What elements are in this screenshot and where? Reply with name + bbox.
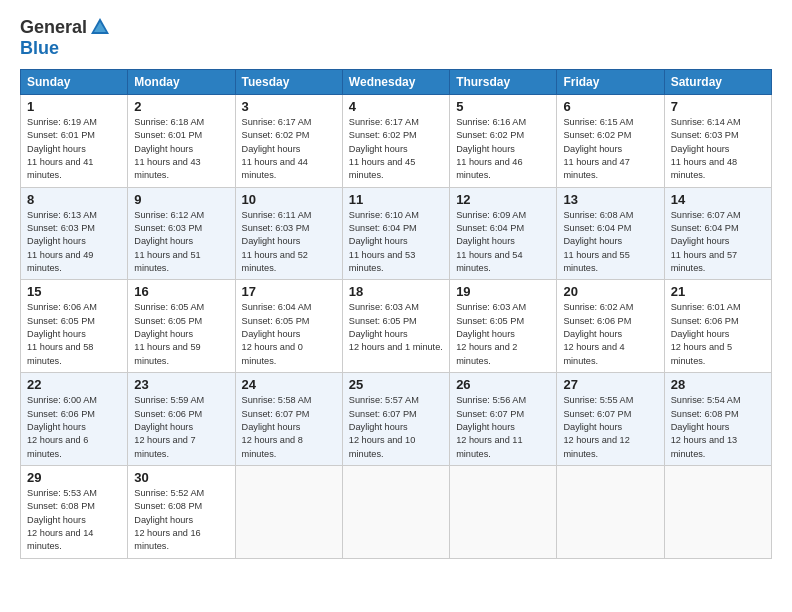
cell-info: Sunrise: 6:12 AMSunset: 6:03 PMDaylight … [134, 209, 228, 276]
calendar-cell: 1Sunrise: 6:19 AMSunset: 6:01 PMDaylight… [21, 95, 128, 188]
calendar-week-row: 22Sunrise: 6:00 AMSunset: 6:06 PMDayligh… [21, 373, 772, 466]
calendar-cell: 7Sunrise: 6:14 AMSunset: 6:03 PMDaylight… [664, 95, 771, 188]
cell-info: Sunrise: 6:11 AMSunset: 6:03 PMDaylight … [242, 209, 336, 276]
calendar-cell: 27Sunrise: 5:55 AMSunset: 6:07 PMDayligh… [557, 373, 664, 466]
calendar-cell: 21Sunrise: 6:01 AMSunset: 6:06 PMDayligh… [664, 280, 771, 373]
logo-icon [89, 16, 111, 38]
day-number: 17 [242, 284, 336, 299]
calendar-cell: 23Sunrise: 5:59 AMSunset: 6:06 PMDayligh… [128, 373, 235, 466]
cell-info: Sunrise: 6:14 AMSunset: 6:03 PMDaylight … [671, 116, 765, 183]
cell-info: Sunrise: 6:04 AMSunset: 6:05 PMDaylight … [242, 301, 336, 368]
calendar-cell: 26Sunrise: 5:56 AMSunset: 6:07 PMDayligh… [450, 373, 557, 466]
header: General Blue [20, 16, 772, 59]
weekday-header: Tuesday [235, 70, 342, 95]
logo-blue-text: Blue [20, 38, 59, 59]
calendar-cell: 20Sunrise: 6:02 AMSunset: 6:06 PMDayligh… [557, 280, 664, 373]
calendar-cell: 5Sunrise: 6:16 AMSunset: 6:02 PMDaylight… [450, 95, 557, 188]
day-number: 12 [456, 192, 550, 207]
day-number: 15 [27, 284, 121, 299]
cell-info: Sunrise: 6:16 AMSunset: 6:02 PMDaylight … [456, 116, 550, 183]
calendar-header-row: SundayMondayTuesdayWednesdayThursdayFrid… [21, 70, 772, 95]
day-number: 13 [563, 192, 657, 207]
day-number: 26 [456, 377, 550, 392]
day-number: 18 [349, 284, 443, 299]
day-number: 10 [242, 192, 336, 207]
day-number: 3 [242, 99, 336, 114]
cell-info: Sunrise: 5:57 AMSunset: 6:07 PMDaylight … [349, 394, 443, 461]
day-number: 24 [242, 377, 336, 392]
cell-info: Sunrise: 5:54 AMSunset: 6:08 PMDaylight … [671, 394, 765, 461]
day-number: 2 [134, 99, 228, 114]
day-number: 7 [671, 99, 765, 114]
cell-info: Sunrise: 6:17 AMSunset: 6:02 PMDaylight … [242, 116, 336, 183]
weekday-header: Sunday [21, 70, 128, 95]
weekday-header: Saturday [664, 70, 771, 95]
day-number: 29 [27, 470, 121, 485]
cell-info: Sunrise: 5:58 AMSunset: 6:07 PMDaylight … [242, 394, 336, 461]
calendar-cell: 10Sunrise: 6:11 AMSunset: 6:03 PMDayligh… [235, 187, 342, 280]
cell-info: Sunrise: 5:56 AMSunset: 6:07 PMDaylight … [456, 394, 550, 461]
cell-info: Sunrise: 5:52 AMSunset: 6:08 PMDaylight … [134, 487, 228, 554]
calendar-cell: 2Sunrise: 6:18 AMSunset: 6:01 PMDaylight… [128, 95, 235, 188]
day-number: 27 [563, 377, 657, 392]
calendar-cell: 4Sunrise: 6:17 AMSunset: 6:02 PMDaylight… [342, 95, 449, 188]
cell-info: Sunrise: 5:59 AMSunset: 6:06 PMDaylight … [134, 394, 228, 461]
calendar-cell [664, 465, 771, 558]
logo-general-text: General [20, 17, 87, 38]
calendar-table: SundayMondayTuesdayWednesdayThursdayFrid… [20, 69, 772, 559]
calendar-cell: 29Sunrise: 5:53 AMSunset: 6:08 PMDayligh… [21, 465, 128, 558]
calendar-cell: 15Sunrise: 6:06 AMSunset: 6:05 PMDayligh… [21, 280, 128, 373]
calendar-cell: 12Sunrise: 6:09 AMSunset: 6:04 PMDayligh… [450, 187, 557, 280]
day-number: 25 [349, 377, 443, 392]
day-number: 23 [134, 377, 228, 392]
day-number: 6 [563, 99, 657, 114]
calendar-cell [235, 465, 342, 558]
logo: General Blue [20, 16, 111, 59]
calendar-cell: 11Sunrise: 6:10 AMSunset: 6:04 PMDayligh… [342, 187, 449, 280]
cell-info: Sunrise: 6:07 AMSunset: 6:04 PMDaylight … [671, 209, 765, 276]
cell-info: Sunrise: 6:19 AMSunset: 6:01 PMDaylight … [27, 116, 121, 183]
calendar-week-row: 8Sunrise: 6:13 AMSunset: 6:03 PMDaylight… [21, 187, 772, 280]
calendar-cell: 30Sunrise: 5:52 AMSunset: 6:08 PMDayligh… [128, 465, 235, 558]
cell-info: Sunrise: 6:13 AMSunset: 6:03 PMDaylight … [27, 209, 121, 276]
calendar-cell [342, 465, 449, 558]
cell-info: Sunrise: 6:08 AMSunset: 6:04 PMDaylight … [563, 209, 657, 276]
cell-info: Sunrise: 6:03 AMSunset: 6:05 PMDaylight … [349, 301, 443, 354]
cell-info: Sunrise: 6:05 AMSunset: 6:05 PMDaylight … [134, 301, 228, 368]
weekday-header: Thursday [450, 70, 557, 95]
day-number: 1 [27, 99, 121, 114]
day-number: 16 [134, 284, 228, 299]
calendar-cell: 24Sunrise: 5:58 AMSunset: 6:07 PMDayligh… [235, 373, 342, 466]
cell-info: Sunrise: 6:00 AMSunset: 6:06 PMDaylight … [27, 394, 121, 461]
day-number: 14 [671, 192, 765, 207]
calendar-cell: 14Sunrise: 6:07 AMSunset: 6:04 PMDayligh… [664, 187, 771, 280]
calendar-cell: 19Sunrise: 6:03 AMSunset: 6:05 PMDayligh… [450, 280, 557, 373]
cell-info: Sunrise: 6:01 AMSunset: 6:06 PMDaylight … [671, 301, 765, 368]
calendar-cell: 22Sunrise: 6:00 AMSunset: 6:06 PMDayligh… [21, 373, 128, 466]
day-number: 28 [671, 377, 765, 392]
day-number: 9 [134, 192, 228, 207]
day-number: 5 [456, 99, 550, 114]
day-number: 20 [563, 284, 657, 299]
weekday-header: Monday [128, 70, 235, 95]
calendar-cell: 17Sunrise: 6:04 AMSunset: 6:05 PMDayligh… [235, 280, 342, 373]
cell-info: Sunrise: 6:03 AMSunset: 6:05 PMDaylight … [456, 301, 550, 368]
calendar-week-row: 1Sunrise: 6:19 AMSunset: 6:01 PMDaylight… [21, 95, 772, 188]
day-number: 4 [349, 99, 443, 114]
cell-info: Sunrise: 6:18 AMSunset: 6:01 PMDaylight … [134, 116, 228, 183]
calendar-week-row: 29Sunrise: 5:53 AMSunset: 6:08 PMDayligh… [21, 465, 772, 558]
calendar-cell: 3Sunrise: 6:17 AMSunset: 6:02 PMDaylight… [235, 95, 342, 188]
day-number: 11 [349, 192, 443, 207]
weekday-header: Friday [557, 70, 664, 95]
day-number: 19 [456, 284, 550, 299]
cell-info: Sunrise: 6:10 AMSunset: 6:04 PMDaylight … [349, 209, 443, 276]
day-number: 21 [671, 284, 765, 299]
cell-info: Sunrise: 5:55 AMSunset: 6:07 PMDaylight … [563, 394, 657, 461]
cell-info: Sunrise: 6:17 AMSunset: 6:02 PMDaylight … [349, 116, 443, 183]
calendar-cell [557, 465, 664, 558]
cell-info: Sunrise: 5:53 AMSunset: 6:08 PMDaylight … [27, 487, 121, 554]
calendar-cell: 8Sunrise: 6:13 AMSunset: 6:03 PMDaylight… [21, 187, 128, 280]
calendar-cell: 25Sunrise: 5:57 AMSunset: 6:07 PMDayligh… [342, 373, 449, 466]
calendar-cell: 9Sunrise: 6:12 AMSunset: 6:03 PMDaylight… [128, 187, 235, 280]
cell-info: Sunrise: 6:09 AMSunset: 6:04 PMDaylight … [456, 209, 550, 276]
